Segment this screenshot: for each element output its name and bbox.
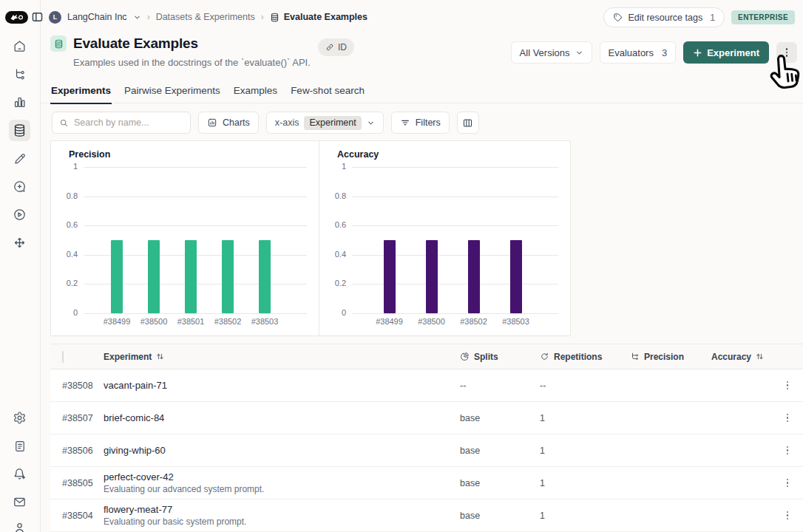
more-options-button[interactable] bbox=[776, 42, 797, 63]
chart-bar[interactable] bbox=[510, 240, 522, 313]
new-experiment-button[interactable]: Experiment bbox=[683, 41, 769, 64]
play-circle-icon bbox=[13, 208, 27, 222]
copy-id-button[interactable]: ID bbox=[318, 38, 354, 56]
column-header-splits[interactable]: Splits bbox=[455, 352, 540, 362]
search-input[interactable] bbox=[74, 117, 183, 128]
gridline bbox=[352, 313, 558, 314]
splits-value: base bbox=[455, 478, 540, 488]
experiment-name[interactable]: brief-comic-84 bbox=[104, 412, 455, 423]
tab-examples[interactable]: Examples bbox=[233, 83, 278, 104]
experiment-description: Evaluating our advanced system prompt. bbox=[104, 484, 455, 494]
sidebar-item-monitoring[interactable] bbox=[9, 92, 30, 113]
chart-bar[interactable] bbox=[185, 240, 197, 313]
search-box[interactable] bbox=[52, 112, 191, 134]
database-icon bbox=[270, 13, 279, 22]
sort-icon[interactable] bbox=[756, 352, 764, 361]
tab-few-shot-search[interactable]: Few-shot search bbox=[290, 83, 365, 104]
columns-icon bbox=[462, 117, 473, 129]
y-axis-tick-label: 0 bbox=[51, 308, 78, 317]
chart-bar[interactable] bbox=[222, 240, 234, 313]
link-icon bbox=[325, 43, 334, 52]
breadcrumb-org[interactable]: LangChain Inc bbox=[67, 12, 127, 22]
enterprise-badge: ENTERPRISE bbox=[731, 10, 795, 24]
edit-resource-tags-button[interactable]: Edit resource tags 1 bbox=[603, 7, 725, 27]
sidebar-item-docs[interactable] bbox=[9, 435, 30, 457]
y-axis-tick-label: 0.6 bbox=[51, 220, 78, 229]
table-row[interactable]: #38505perfect-cover-42Evaluating our adv… bbox=[50, 467, 803, 499]
gridline bbox=[84, 197, 307, 197]
chart-title: Precision bbox=[69, 149, 110, 160]
columns-button[interactable] bbox=[457, 112, 479, 134]
column-header-precision[interactable]: Precision bbox=[630, 352, 711, 362]
row-menu-button[interactable] bbox=[784, 443, 791, 458]
sidebar-item-profile[interactable] bbox=[9, 517, 30, 532]
table-row[interactable]: #38506giving-whip-60base1 bbox=[50, 434, 803, 467]
chart-bar[interactable] bbox=[426, 240, 438, 313]
gridline bbox=[84, 313, 307, 314]
y-axis-tick-label: 0.8 bbox=[319, 191, 346, 200]
tab-experiments[interactable]: Experiments bbox=[50, 83, 112, 104]
chart-bar[interactable] bbox=[148, 240, 160, 313]
xaxis-value-chip[interactable]: Experiment bbox=[304, 116, 361, 130]
table-row[interactable]: #38504flowery-meat-77Evaluating our basi… bbox=[50, 499, 803, 532]
chart-bar[interactable] bbox=[259, 240, 271, 313]
row-menu-button[interactable] bbox=[784, 378, 791, 393]
chart-bar[interactable] bbox=[111, 240, 123, 313]
sort-icon[interactable] bbox=[156, 352, 164, 361]
select-all-checkbox[interactable] bbox=[62, 351, 64, 363]
chart-title: Accuracy bbox=[337, 149, 379, 160]
chevron-down-icon[interactable] bbox=[133, 13, 141, 21]
langsmith-logo[interactable] bbox=[5, 11, 28, 24]
sidebar-item-home[interactable] bbox=[9, 35, 30, 57]
column-header-accuracy[interactable]: Accuracy bbox=[711, 352, 781, 362]
precision-chart: Precision 00.20.40.60.81#38499#38500#385… bbox=[51, 141, 319, 335]
charts-button[interactable]: Charts bbox=[198, 112, 259, 134]
splits-value: -- bbox=[455, 381, 540, 391]
x-axis-tick-label: #38499 bbox=[367, 317, 412, 326]
evaluators-button[interactable]: Evaluators 3 bbox=[600, 41, 677, 64]
sidebar-item-deployments[interactable] bbox=[9, 232, 30, 253]
experiment-name[interactable]: flowery-meat-77 bbox=[104, 504, 455, 515]
gridline bbox=[352, 197, 558, 197]
row-menu-button[interactable] bbox=[784, 411, 791, 426]
y-axis-tick-label: 0.8 bbox=[51, 191, 78, 200]
xaxis-selector[interactable]: x-axis Experiment bbox=[266, 112, 384, 134]
experiment-name[interactable]: vacant-pain-71 bbox=[104, 380, 455, 391]
breadcrumb-datasets-experiments[interactable]: Datasets & Experiments bbox=[156, 12, 255, 22]
sidebar-item-notifications[interactable] bbox=[9, 463, 30, 485]
row-menu-button[interactable] bbox=[784, 508, 791, 523]
page-title: Evaluate Examples bbox=[73, 35, 198, 52]
tab-pairwise-experiments[interactable]: Pairwise Experiments bbox=[123, 83, 221, 104]
sidebar-item-datasets[interactable] bbox=[9, 120, 30, 141]
filter-icon bbox=[400, 117, 410, 128]
org-avatar: L bbox=[49, 11, 61, 24]
sidebar-item-prompts[interactable] bbox=[9, 176, 30, 197]
bar-chart-icon bbox=[13, 95, 27, 109]
gridline bbox=[84, 225, 307, 226]
row-actions bbox=[781, 378, 803, 393]
sidebar-item-annotation-queues[interactable] bbox=[9, 148, 30, 169]
experiment-name[interactable]: giving-whip-60 bbox=[104, 445, 455, 456]
chart-bar[interactable] bbox=[384, 240, 396, 313]
filters-button[interactable]: Filters bbox=[391, 112, 450, 134]
sidebar-item-tracing-projects[interactable] bbox=[9, 64, 30, 85]
chart-bar[interactable] bbox=[468, 240, 480, 313]
experiment-name[interactable]: perfect-cover-42 bbox=[104, 471, 455, 482]
experiment-name-cell: giving-whip-60 bbox=[104, 445, 455, 456]
sidebar-item-playground[interactable] bbox=[9, 204, 30, 225]
flow-icon bbox=[630, 352, 640, 361]
versions-dropdown[interactable]: All Versions bbox=[511, 41, 592, 64]
dataset-icon bbox=[50, 35, 67, 52]
sidebar-item-mail[interactable] bbox=[9, 491, 30, 513]
row-menu-button[interactable] bbox=[784, 476, 791, 491]
pencil-icon bbox=[13, 152, 27, 166]
column-header-experiment[interactable]: Experiment bbox=[104, 352, 455, 362]
sidebar-toggle-button[interactable] bbox=[32, 12, 43, 22]
pie-icon bbox=[460, 352, 470, 361]
sidebar-item-settings[interactable] bbox=[9, 407, 30, 429]
plus-icon bbox=[693, 48, 702, 58]
breadcrumb-current-page[interactable]: Evaluate Examples bbox=[270, 12, 367, 22]
table-row[interactable]: #38507brief-comic-84base1 bbox=[50, 402, 803, 434]
table-row[interactable]: #38508vacant-pain-71---- bbox=[50, 369, 803, 402]
column-header-repetitions[interactable]: Repetitions bbox=[540, 352, 630, 362]
